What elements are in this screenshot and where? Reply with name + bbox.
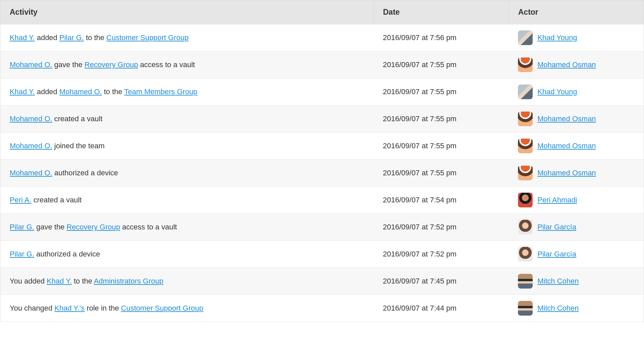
activity-text: created a vault (31, 196, 82, 204)
avatar (518, 247, 533, 261)
date-cell: 2016/09/07 at 7:55 pm (373, 160, 509, 187)
activity-text: You added (10, 277, 47, 285)
actor-cell: Mitch Cohen (509, 268, 644, 295)
actor-cell: Peri Ahmadi (509, 187, 644, 214)
table-row: You changed Khad Y.'s role in the Custom… (0, 295, 644, 322)
activity-text: added (35, 87, 59, 96)
actor-link[interactable]: Mitch Cohen (537, 304, 579, 313)
avatar (518, 166, 533, 180)
date-cell: 2016/09/07 at 7:44 pm (373, 295, 509, 322)
table-row: Mohamed O. created a vault2016/09/07 at … (0, 106, 644, 133)
date-cell: 2016/09/07 at 7:55 pm (373, 78, 509, 106)
activity-text: gave the (34, 223, 67, 231)
avatar (518, 193, 533, 207)
activity-text: to the (84, 33, 106, 42)
activity-link[interactable]: Recovery Group (67, 223, 120, 231)
actor-cell: Mohamed Osman (509, 106, 644, 133)
activity-cell: Mohamed O. created a vault (0, 106, 374, 133)
actor-link[interactable]: Khad Young (537, 87, 577, 96)
activity-text: role in the (85, 304, 121, 312)
activity-cell: You added Khad Y. to the Administrators … (0, 268, 374, 295)
avatar (518, 30, 533, 45)
avatar (518, 57, 533, 72)
activity-cell: Mohamed O. gave the Recovery Group acces… (0, 51, 374, 78)
activity-cell: Khad Y. added Mohamed O. to the Team Mem… (0, 78, 374, 106)
activity-link[interactable]: Recovery Group (85, 60, 138, 69)
actor-link[interactable]: Mitch Cohen (537, 277, 579, 286)
actor-cell: Mohamed Osman (509, 160, 644, 187)
table-row: Mohamed O. authorized a device2016/09/07… (0, 160, 644, 187)
avatar (518, 112, 533, 126)
date-cell: 2016/09/07 at 7:52 pm (373, 214, 509, 241)
table-row: Pilar G. gave the Recovery Group access … (0, 214, 644, 241)
activity-log-table: Activity Date Actor Khad Y. added Pilar … (0, 0, 644, 322)
actor-cell: Pilar García (509, 241, 644, 268)
activity-link[interactable]: Khad Y. (47, 277, 72, 285)
activity-link[interactable]: Mohamed O. (10, 142, 52, 150)
date-cell: 2016/09/07 at 7:55 pm (373, 51, 509, 78)
activity-link[interactable]: Customer Support Group (121, 304, 203, 312)
activity-cell: Mohamed O. authorized a device (0, 160, 374, 187)
actor-link[interactable]: Peri Ahmadi (537, 196, 577, 204)
activity-link[interactable]: Pilar G. (10, 250, 34, 258)
activity-link[interactable]: Administrators Group (94, 277, 164, 285)
activity-link[interactable]: Pilar G. (10, 223, 34, 231)
date-cell: 2016/09/07 at 7:55 pm (373, 133, 509, 160)
actor-cell: Mohamed Osman (509, 51, 644, 78)
table-row: Pilar G. authorized a device2016/09/07 a… (0, 241, 644, 268)
activity-cell: Pilar G. authorized a device (0, 241, 374, 268)
date-cell: 2016/09/07 at 7:52 pm (373, 241, 509, 268)
actor-cell: Pilar García (509, 214, 644, 241)
table-header-row: Activity Date Actor (0, 0, 644, 24)
actor-link[interactable]: Mohamed Osman (537, 142, 596, 150)
column-header-activity[interactable]: Activity (0, 0, 374, 24)
activity-text: gave the (52, 60, 85, 69)
actor-link[interactable]: Pilar García (537, 250, 576, 258)
activity-cell: Peri A. created a vault (0, 187, 374, 214)
activity-text: to the (102, 87, 124, 96)
actor-link[interactable]: Khad Young (537, 33, 577, 42)
activity-link[interactable]: Khad Y. (10, 87, 35, 96)
table-row: Peri A. created a vault2016/09/07 at 7:5… (0, 187, 644, 214)
actor-link[interactable]: Mohamed Osman (537, 60, 596, 69)
activity-text: joined the team (52, 142, 105, 150)
actor-link[interactable]: Pilar García (537, 223, 576, 231)
actor-link[interactable]: Mohamed Osman (537, 115, 596, 123)
activity-link[interactable]: Mohamed O. (10, 60, 52, 69)
activity-link[interactable]: Pilar G. (59, 33, 84, 42)
table-row: Mohamed O. gave the Recovery Group acces… (0, 51, 644, 78)
activity-text: access to a vault (120, 223, 177, 231)
activity-link[interactable]: Mohamed O. (10, 115, 52, 123)
activity-link[interactable]: Khad Y. (10, 33, 35, 42)
avatar (518, 274, 533, 289)
avatar (518, 301, 533, 316)
actor-link[interactable]: Mohamed Osman (537, 169, 596, 177)
activity-text: authorized a device (52, 169, 118, 177)
activity-text: authorized a device (34, 250, 100, 258)
avatar (518, 220, 533, 234)
activity-text: added (35, 33, 59, 42)
activity-text: You changed (10, 304, 55, 312)
column-header-date[interactable]: Date (373, 0, 509, 24)
activity-text: access to a vault (138, 60, 195, 69)
activity-link[interactable]: Customer Support Group (106, 33, 189, 42)
avatar (518, 84, 533, 99)
table-row: Khad Y. added Pilar G. to the Customer S… (0, 24, 644, 51)
table-row: Khad Y. added Mohamed O. to the Team Mem… (0, 78, 644, 106)
activity-cell: Khad Y. added Pilar G. to the Customer S… (0, 24, 374, 51)
table-row: You added Khad Y. to the Administrators … (0, 268, 644, 295)
actor-cell: Khad Young (509, 78, 644, 106)
activity-text: created a vault (52, 115, 102, 123)
date-cell: 2016/09/07 at 7:56 pm (373, 24, 509, 51)
date-cell: 2016/09/07 at 7:45 pm (373, 268, 509, 295)
activity-link[interactable]: Khad Y.'s (55, 304, 85, 312)
avatar (518, 139, 533, 153)
actor-cell: Mohamed Osman (509, 133, 644, 160)
column-header-actor[interactable]: Actor (509, 0, 644, 24)
actor-cell: Khad Young (509, 24, 644, 51)
activity-link[interactable]: Team Members Group (124, 87, 198, 96)
activity-link[interactable]: Mohamed O. (59, 87, 102, 96)
activity-link[interactable]: Peri A. (10, 196, 31, 204)
activity-link[interactable]: Mohamed O. (10, 169, 52, 177)
activity-cell: Mohamed O. joined the team (0, 133, 374, 160)
